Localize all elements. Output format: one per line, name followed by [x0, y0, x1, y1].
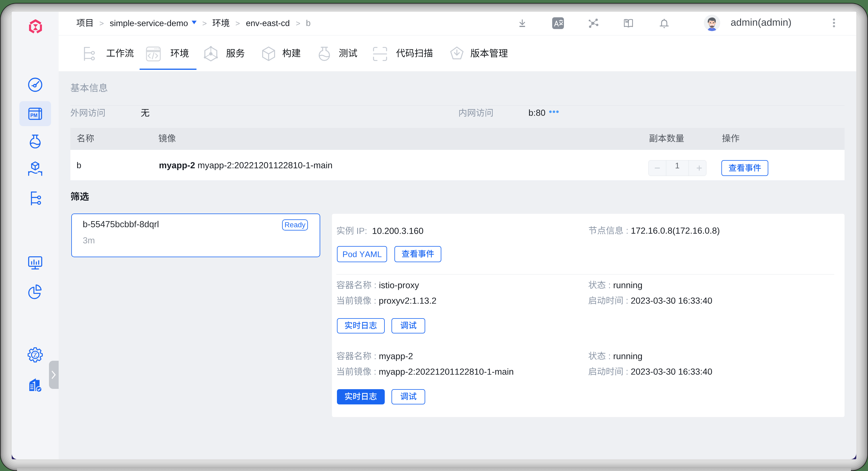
svg-text:Z: Z: [33, 351, 37, 359]
svg-text:PM: PM: [31, 113, 37, 118]
